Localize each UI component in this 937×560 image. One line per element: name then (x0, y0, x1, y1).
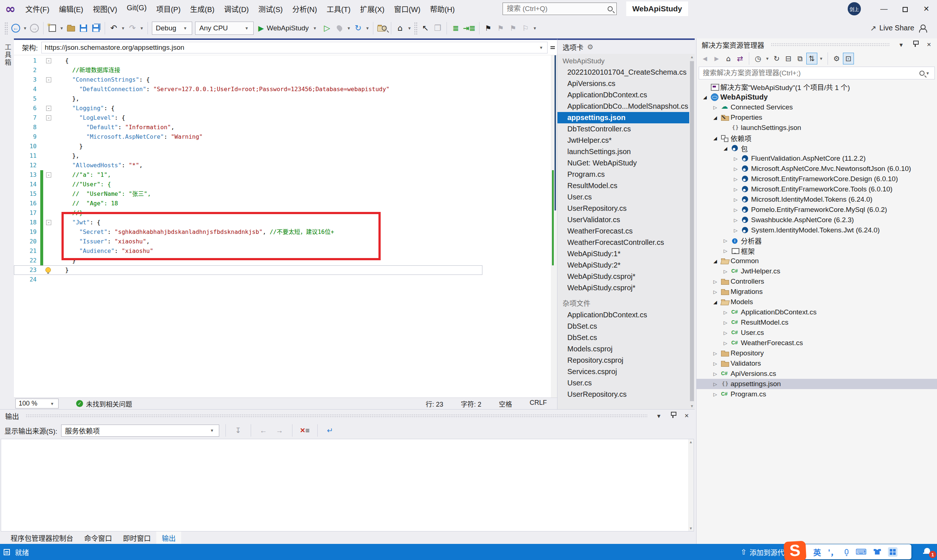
tree-item[interactable]: ▷Pomelo.EntityFrameworkCore.MySql (6.0.2… (697, 205, 937, 215)
code-line[interactable]: 13- //"a": "1", (14, 170, 557, 180)
open-document-item[interactable]: ApplicationDbCo...ModelSnapshot.cs (557, 101, 689, 112)
open-document-item[interactable]: User.cs (557, 191, 689, 203)
tree-item[interactable]: ▷Repository (697, 348, 937, 358)
preview-selected-items-button[interactable]: ⊡ (843, 53, 854, 65)
menu-item[interactable]: 编辑(E) (54, 0, 88, 18)
tree-item[interactable]: ◢Common (697, 256, 937, 266)
hot-reload-dropdown[interactable]: ▼ (346, 26, 352, 31)
collapsed-chevron-icon[interactable]: ▷ (711, 361, 720, 366)
collapsed-chevron-icon[interactable]: ▷ (711, 289, 720, 295)
line-ending-indicator[interactable]: CRLF (529, 399, 547, 408)
pin-icon[interactable] (910, 40, 920, 49)
tree-item[interactable]: ◢Properties (697, 112, 937, 123)
toolbar-drag-handle[interactable] (5, 22, 8, 34)
collapsed-chevron-icon[interactable]: ▷ (711, 351, 720, 356)
collapsed-chevron-icon[interactable]: ▷ (711, 371, 720, 377)
menu-item[interactable]: 项目(P) (152, 0, 186, 18)
solution-configuration-dropdown[interactable]: Debug▼ (152, 22, 192, 35)
tree-item[interactable]: ▷WeatherForecast.cs (697, 338, 937, 348)
collapsed-chevron-icon[interactable]: ▷ (721, 248, 730, 254)
home-icon[interactable]: ⌂ (723, 53, 734, 65)
properties-wrench-button[interactable]: ⚙ (831, 53, 842, 65)
expanded-chevron-icon[interactable]: ◢ (711, 135, 720, 141)
menu-item[interactable]: 文件(F) (20, 0, 54, 18)
tree-item[interactable]: ▷ApplicationDbContext.cs (697, 307, 937, 317)
feedback-person-icon[interactable] (919, 25, 926, 32)
fold-toggle[interactable]: - (43, 170, 54, 180)
prev-message-button[interactable]: ← (257, 424, 270, 437)
toolbar-drag-handle-2[interactable] (414, 22, 418, 34)
notifications-button[interactable]: 1 (922, 546, 933, 557)
microphone-icon[interactable] (845, 549, 848, 554)
tree-item[interactable]: 解决方案"WebApiStudy"(1 个项目/共 1 个) (697, 82, 937, 92)
collapsed-chevron-icon[interactable]: ▷ (711, 105, 720, 110)
tree-item[interactable]: ▷Microsoft.EntityFrameworkCore.Design (6… (697, 174, 937, 184)
toggle-bookmark-button[interactable]: ⚑ (482, 21, 494, 35)
bottom-panel-tab[interactable]: 程序包管理器控制台 (5, 531, 79, 544)
bookmark-dropdown[interactable]: ▼ (532, 26, 538, 31)
code-line[interactable]: 2 //新增数据库连接 (14, 66, 557, 75)
open-document-item[interactable]: 20221020101704_CreateSchema.cs (557, 67, 689, 78)
ime-punctuation-button[interactable]: '， (828, 546, 838, 557)
collapsed-chevron-icon[interactable]: ▷ (721, 269, 730, 274)
minimize-button[interactable]: — (873, 0, 894, 18)
output-source-dropdown[interactable]: 服务依赖项▼ (61, 425, 219, 437)
code-line[interactable]: 11 }, (14, 151, 557, 161)
solution-search-box[interactable]: ▼ (699, 67, 935, 79)
open-document-item[interactable]: UserRepository.cs (557, 389, 689, 400)
undo-dropdown[interactable]: ▼ (120, 26, 126, 31)
quick-actions[interactable] (43, 265, 54, 275)
code-line[interactable]: 5 }, (14, 94, 557, 103)
account-avatar[interactable]: 剑上 (848, 2, 861, 15)
sync-dropdown[interactable]: ▼ (818, 56, 824, 61)
tree-item[interactable]: ▷Swashbuckle.AspNetCore (6.2.3) (697, 215, 937, 225)
open-document-item[interactable]: DbSet.cs (557, 321, 689, 332)
menu-item[interactable]: 扩展(X) (355, 0, 389, 18)
open-document-item[interactable]: ResultModel.cs (557, 180, 689, 191)
clear-bookmarks-button[interactable]: ⚐ (519, 21, 532, 35)
code-line[interactable]: 20 "Issuer": "xiaoshu", (14, 237, 557, 246)
browser-preview-button[interactable]: ⌂ (394, 21, 406, 35)
open-document-item[interactable]: WebApiStudy:1* (557, 248, 689, 260)
next-message-button[interactable]: → (274, 424, 286, 437)
collapse-minus-icon[interactable]: - (46, 106, 51, 111)
open-document-item[interactable]: WebApiStudy:2* (557, 260, 689, 271)
open-document-item[interactable]: NuGet: WebApiStudy (557, 157, 689, 169)
tree-item[interactable]: ▷ApiVersions.cs (697, 369, 937, 379)
collapse-minus-icon[interactable]: - (46, 172, 51, 177)
toolbox-vertical-tab[interactable]: 工具箱 (3, 43, 12, 67)
window-position-dropdown[interactable]: ▼ (896, 40, 906, 49)
tree-item[interactable]: ◢WebApiStudy (697, 92, 937, 102)
code-line[interactable]: 23} (14, 265, 482, 275)
tree-item[interactable]: ▷Microsoft.IdentityModel.Tokens (6.24.0) (697, 194, 937, 205)
collapsed-chevron-icon[interactable]: ▷ (711, 382, 720, 387)
live-share-button[interactable]: Live Share (879, 24, 914, 32)
code-line[interactable]: 16 // "Age": 18 (14, 199, 557, 208)
schema-url-dropdown[interactable]: https://json.schemastore.org/appsettings… (42, 42, 548, 54)
window-position-dropdown[interactable]: ▼ (654, 411, 664, 420)
ime-menu-grid-icon[interactable] (888, 547, 897, 557)
tree-item[interactable]: ▷User.cs (697, 328, 937, 338)
expanded-chevron-icon[interactable]: ◢ (711, 258, 720, 264)
menu-item[interactable]: 分析(N) (287, 0, 322, 18)
selection-mode-button[interactable]: ↖ (419, 21, 432, 35)
split-editor-button[interactable] (549, 42, 556, 54)
open-document-item[interactable]: Models.csproj (557, 343, 689, 355)
cursor-line-indicator[interactable]: 行: 23 (426, 399, 443, 408)
background-tasks-icon[interactable] (4, 549, 10, 555)
collapsed-chevron-icon[interactable]: ▷ (731, 217, 740, 223)
lightbulb-icon[interactable] (45, 267, 51, 273)
bottom-panel-tab[interactable]: 输出 (156, 531, 181, 544)
goto-message-button[interactable]: ↧ (232, 424, 245, 437)
filter-dropdown[interactable]: ▼ (764, 56, 771, 61)
zoom-level-dropdown[interactable]: 100 %▼ (15, 398, 58, 408)
menu-item[interactable]: 视图(V) (88, 0, 122, 18)
code-line[interactable]: 21 "Audience": "xiaoshu" (14, 246, 557, 256)
menu-item[interactable]: 工具(T) (322, 0, 355, 18)
collapsed-chevron-icon[interactable]: ▷ (731, 166, 740, 172)
browser-preview-dropdown[interactable]: ▼ (406, 26, 412, 31)
show-all-files-button[interactable]: ⧉ (795, 53, 806, 65)
document-health-indicator[interactable]: ✓ 未找到相关问题 (76, 399, 132, 408)
editor-scrollbar[interactable] (551, 55, 557, 397)
menu-item[interactable]: 窗口(W) (389, 0, 425, 18)
